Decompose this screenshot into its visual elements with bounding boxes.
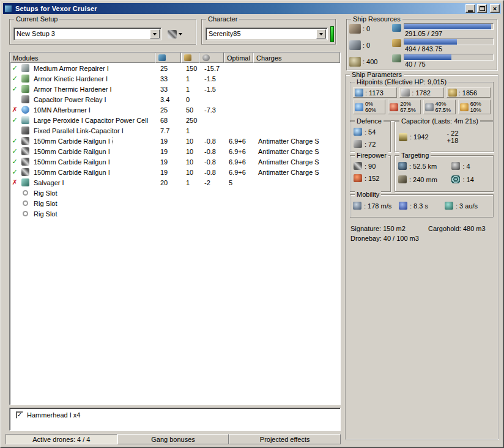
- module-name: Rig Slot: [32, 200, 59, 207]
- module-row[interactable]: Salvager I 20 1 -2 5: [10, 177, 340, 188]
- module-cpu-value: 19: [155, 138, 181, 145]
- resistance-stats: 0% 60% 20% 67.5% 40% 67.5% 60% 10%: [352, 100, 492, 114]
- module-cpu-value: 3.4: [155, 96, 181, 103]
- minimize-icon: [468, 10, 473, 12]
- module-row[interactable]: Armor Thermic Hardener I 33 1 -1.5: [10, 84, 340, 94]
- module-row[interactable]: Large Peroxide I Capacitor Power Cell 68…: [10, 115, 340, 125]
- module-powergrid-value: 0: [181, 96, 199, 103]
- salvager-icon: [21, 178, 29, 186]
- module-powergrid-value: 1: [181, 75, 199, 83]
- module-name: 150mm Carbide Railgun I: [32, 158, 112, 166]
- stat-value: : 400: [363, 58, 377, 65]
- max-velocity-icon: [353, 202, 361, 210]
- module-row[interactable]: Armor Kinetic Hardener I 33 1 -1.5: [10, 73, 340, 84]
- resource-bar-fill: [404, 39, 457, 45]
- explosive-damage-icon: [460, 103, 469, 111]
- column-header-powergrid[interactable]: [181, 53, 199, 63]
- armor-resist-value: 10%: [470, 107, 481, 113]
- module-row[interactable]: 150mm Carbide Railgun I 19 10 -0.8 6.9+6…: [10, 167, 340, 177]
- firepower-label: Firepower: [355, 152, 388, 159]
- em-damage-icon: [355, 103, 363, 111]
- column-header-modules[interactable]: Modules: [10, 53, 155, 63]
- module-row[interactable]: Rig Slot: [10, 188, 340, 198]
- module-capacitor-value: -0.8: [199, 148, 224, 155]
- stat: : 178 m/s: [353, 202, 399, 210]
- drone-checkbox[interactable]: [16, 411, 23, 419]
- close-button[interactable]: ×: [490, 4, 500, 13]
- stat-value: : 0: [363, 25, 370, 32]
- drone-list-item[interactable]: Hammerhead I x4: [11, 410, 339, 420]
- armor-resist-value: 60%: [365, 107, 376, 113]
- stat: : 8.3 s: [399, 202, 445, 210]
- module-name: 150mm Carbide Railgun I: [32, 169, 112, 176]
- module-capacitor-value: -2: [199, 179, 224, 186]
- module-status-icon: [10, 116, 20, 124]
- column-header-charges[interactable]: Charges: [253, 53, 340, 63]
- firepower-group: Firepower : 90 : 152: [350, 155, 391, 192]
- sensor-strength-icon: [451, 175, 460, 183]
- title-bar[interactable]: Setups for Vexor Cruiser ×: [3, 3, 501, 14]
- setup-tools-button[interactable]: [166, 28, 183, 40]
- powergrid-icon: [392, 39, 401, 47]
- maximize-button[interactable]: [477, 4, 487, 13]
- stat: : 52.5 km: [398, 162, 451, 170]
- dps-icon: [354, 174, 362, 182]
- drone-bay-list: Hammerhead I x4: [9, 408, 341, 431]
- resource-bars: 291.05 / 297 494 / 843.75 40 / 75: [392, 23, 494, 68]
- column-header-optimal[interactable]: Optimal: [224, 53, 253, 63]
- character-combobox[interactable]: Serenity85: [206, 28, 328, 40]
- current-setup-label: Current Setup: [14, 15, 59, 23]
- current-setup-value: New Setup 3: [17, 30, 149, 37]
- module-status-icon: [10, 106, 20, 114]
- module-row[interactable]: 150mm Carbide Railgun I 19 10 -0.8 6.9+6…: [10, 136, 340, 146]
- current-setup-group: Current Setup New Setup 3: [9, 19, 196, 45]
- capacitor-recharge: +18: [447, 137, 459, 144]
- module-row[interactable]: Rig Slot: [10, 198, 340, 208]
- minimize-button[interactable]: [465, 4, 475, 13]
- stat-value: : 152: [365, 175, 379, 182]
- armor-repair-icon: [354, 140, 362, 148]
- bottom-tab[interactable]: Projected effects: [229, 434, 341, 444]
- hitpoints-label: Hitpoints (Effective HP: 9,015): [355, 78, 448, 86]
- capacitor-group: Capacitor (Lasts: 4m 21s) : 1942 - 22 +1…: [395, 121, 494, 152]
- armor-repairer-icon: [21, 64, 29, 72]
- cpu-icon: [392, 24, 401, 32]
- module-row[interactable]: 150mm Carbide Railgun I 19 10 -0.8 6.9+6…: [10, 156, 340, 167]
- module-powergrid-value: 10: [181, 169, 199, 176]
- shield-resist-value: 0%: [365, 101, 373, 107]
- stat-value: : 1173: [365, 89, 384, 97]
- module-status-icon: [10, 64, 20, 72]
- hitpoint-stat: : 1782: [399, 87, 443, 98]
- bottom-tab[interactable]: Gang bonuses: [117, 434, 229, 444]
- module-optimal-value: 6.9+6: [224, 169, 253, 176]
- module-cpu-value: 25: [155, 65, 181, 72]
- character-dropdown-button[interactable]: [316, 29, 326, 39]
- module-cpu-value: 68: [155, 117, 181, 124]
- structure-icon: [448, 89, 457, 97]
- stat: : 72: [354, 140, 387, 148]
- rig-slot-icon: [23, 200, 28, 206]
- module-name: Armor Thermic Hardener I: [32, 86, 114, 93]
- module-row[interactable]: 150mm Carbide Railgun I 19 10 -0.8 6.9+6…: [10, 146, 340, 156]
- bottom-tab[interactable]: Active drones: 4 / 4: [6, 434, 117, 444]
- rig-slot-icon: [23, 190, 28, 196]
- module-cpu-value: 19: [155, 158, 181, 166]
- column-header-capacitor[interactable]: [199, 53, 224, 63]
- current-setup-dropdown-button[interactable]: [150, 29, 160, 39]
- current-setup-combobox[interactable]: New Setup 3: [13, 28, 161, 40]
- module-row[interactable]: Rig Slot: [10, 208, 340, 219]
- module-row[interactable]: Medium Armor Repairer I 25 150 -15.7: [10, 63, 340, 73]
- module-row[interactable]: Fixed Parallel Link-Capacitor I 7.7 1: [10, 125, 340, 136]
- stat-value: : 1856: [459, 89, 478, 97]
- armor-hardener-icon: [21, 85, 29, 93]
- stat-value: : 52.5 km: [409, 163, 437, 170]
- module-row[interactable]: Capacitor Power Relay I 3.4 0: [10, 94, 340, 105]
- ship-resources-label: Ship Resources: [351, 15, 402, 23]
- module-row[interactable]: 10MN Afterburner I 25 50 -7.3: [10, 105, 340, 115]
- max-targets-icon: [451, 162, 460, 170]
- module-powergrid-value: 10: [181, 158, 199, 166]
- stat-value: : 178 m/s: [364, 202, 391, 210]
- column-header-cpu[interactable]: [155, 53, 181, 63]
- capacitor-charge-icon: [399, 133, 407, 141]
- app-icon: [4, 5, 12, 13]
